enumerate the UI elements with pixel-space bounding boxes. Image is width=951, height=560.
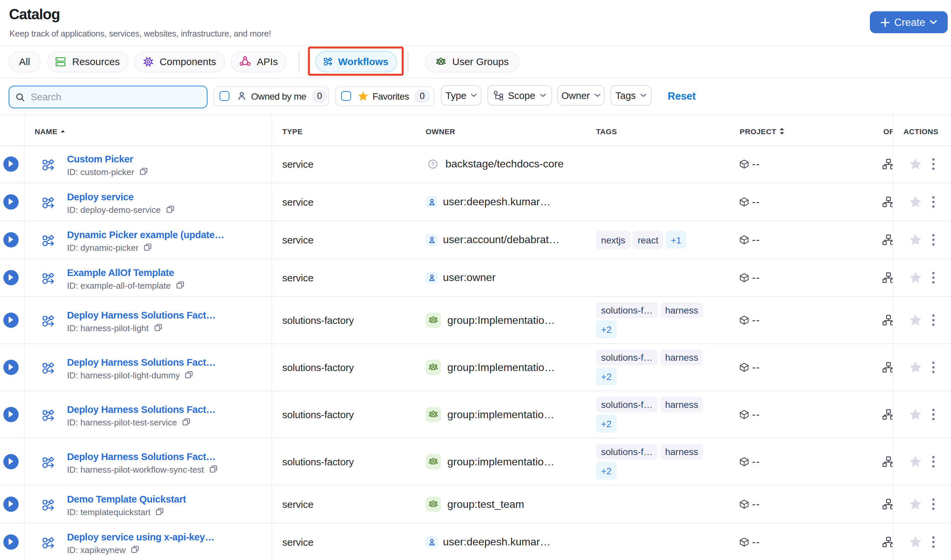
svg-text:?: ?: [431, 162, 435, 168]
